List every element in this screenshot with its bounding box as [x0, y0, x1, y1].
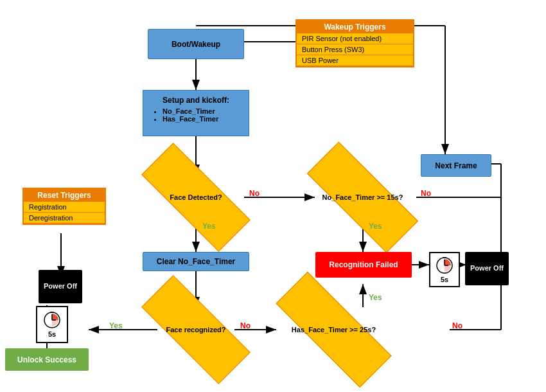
- timer-right-box: 5s: [429, 252, 460, 287]
- no-face-timer-no-label: No: [421, 189, 431, 198]
- power-off-right-label: Power Off: [470, 264, 504, 272]
- timer-right-icon: [436, 256, 454, 274]
- wakeup-title: Wakeup Triggers: [297, 21, 413, 33]
- has-face-timer-yes-label: Yes: [369, 293, 382, 302]
- next-frame-label: Next Frame: [435, 161, 477, 170]
- no-face-timer-diamond: No_Face_Timer >= 15s?: [306, 175, 419, 220]
- setup-item-0: No_Face_Timer: [163, 107, 241, 115]
- face-recognized-no-label: No: [240, 321, 251, 330]
- power-off-left-label: Power Off: [44, 282, 77, 290]
- has-face-timer-diamond-shape: [276, 272, 391, 388]
- no-face-timer-diamond-shape: [307, 141, 418, 253]
- next-frame-box: Next Frame: [421, 154, 491, 177]
- face-recognized-diamond-shape: [141, 275, 251, 384]
- timer-right-label: 5s: [441, 276, 448, 283]
- setup-box: Setup and kickoff: No_Face_Timer Has_Fac…: [143, 90, 249, 136]
- reset-item-0: Registration: [24, 202, 105, 213]
- no-face-timer-yes-label: Yes: [369, 222, 382, 231]
- face-recognized-diamond: Face recognized?: [141, 307, 251, 352]
- wakeup-item-2: USB Power: [297, 55, 413, 66]
- clear-timer-label: Clear No_Face_Timer: [157, 257, 236, 266]
- timer-left-box: 5s: [36, 306, 68, 343]
- has-face-timer-no-label: No: [452, 321, 462, 330]
- reset-triggers-box: Reset Triggers Registration Deregistrati…: [22, 188, 106, 225]
- reset-title: Reset Triggers: [24, 189, 105, 202]
- setup-title: Setup and kickoff:: [151, 96, 241, 105]
- recognition-failed-label: Recognition Failed: [329, 260, 398, 269]
- boot-wakeup-label: Boot/Wakeup: [172, 40, 220, 49]
- face-detected-no-label: No: [249, 189, 260, 198]
- face-detected-diamond-shape: [141, 143, 251, 252]
- setup-item-1: Has_Face_Timer: [163, 115, 241, 123]
- wakeup-triggers-box: Wakeup Triggers PIR Sensor (not enabled)…: [295, 19, 414, 67]
- flowchart-diagram: Boot/Wakeup Wakeup Triggers PIR Sensor (…: [0, 0, 546, 392]
- boot-wakeup-box: Boot/Wakeup: [148, 29, 244, 59]
- wakeup-item-1: Button Press (SW3): [297, 44, 413, 55]
- clear-timer-box: Clear No_Face_Timer: [143, 252, 249, 271]
- unlock-success-label: Unlock Success: [17, 355, 76, 364]
- face-detected-yes-label: Yes: [202, 222, 216, 231]
- power-off-left-box: Power Off: [39, 270, 82, 303]
- has-face-timer-diamond: Has_Face_Timer >= 25s?: [274, 307, 393, 352]
- power-off-right-box: Power Off: [465, 252, 509, 285]
- face-detected-diamond: Face Detected?: [141, 175, 251, 220]
- wakeup-item-0: PIR Sensor (not enabled): [297, 33, 413, 44]
- recognition-failed-box: Recognition Failed: [315, 252, 412, 278]
- timer-left-icon: [43, 311, 61, 329]
- timer-left-label: 5s: [48, 330, 56, 338]
- unlock-success-box: Unlock Success: [5, 348, 89, 371]
- reset-item-1: Deregistration: [24, 213, 105, 224]
- face-recognized-yes-label: Yes: [109, 321, 123, 330]
